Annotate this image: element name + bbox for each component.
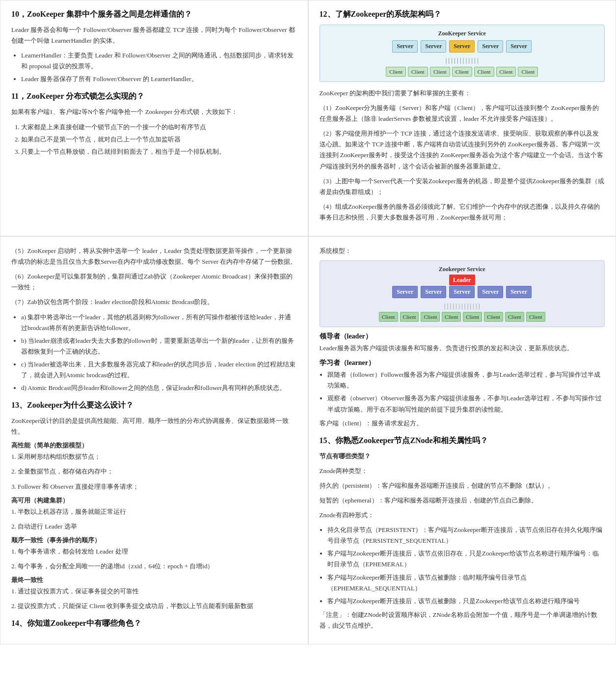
zk-client-5: Client [474, 67, 494, 77]
learner-role-title: 学习者（learner） [320, 359, 605, 367]
ephemeral-desc: 短暂的（ephemeral）：客户端和服务器端断开连接后，创建的节点自己删除。 [320, 495, 605, 506]
p12-2: （1）ZooKeeper分为服务端（Server）和客户端（Client），客户… [320, 103, 605, 124]
p-system-model: 系统模型： [320, 246, 605, 256]
quadrant-bottom-right: 系统模型： Zookeeper Service Leader Server Se… [308, 236, 616, 644]
znode-four-forms: Znode有四种形式： [320, 510, 605, 521]
zk-server2-1: Server [392, 286, 418, 298]
zk-server2-4: Server [478, 286, 503, 298]
zk-client2-2: Client [400, 312, 419, 322]
zk-server-3: Server [449, 40, 475, 53]
p11-1: 如果有客户端1、客户端2等N个客户端争抢一个 Zookeeper 分布式锁，大致… [11, 107, 297, 117]
zk-client2-7: Client [505, 312, 524, 322]
zk-client2-4: Client [442, 312, 461, 322]
zk-clients2-row: Client Client Client Client Client Clien… [325, 312, 600, 322]
zk-server-5: Server [506, 40, 532, 53]
zk-servers2-row: Server Server Server Server Server [325, 286, 600, 298]
bullet-c: c) 当leader被选举出来，且大多数服务器完成了和leader的状态同步后，… [21, 359, 297, 381]
znode-types-title: 节点有哪些类型？ [320, 451, 605, 462]
bullet-10-2: Leader 服务器保存了所有 Follower/Observer 的 Lear… [21, 74, 297, 84]
title-13: 13、Zookeeper为什么要这么设计？ [11, 400, 297, 411]
leader-role-desc: Leader服务器为客户端提供读服务和写服务。负责进行投票的发起和决议，更新系统… [320, 343, 605, 354]
p12-1: ZooKeeper 的架构图中我们需要了解和掌握的主要有： [320, 88, 605, 99]
ol11-2: 如果自己不是第一个节点，就对自己上一个节点加监听器 [21, 134, 297, 145]
quadrant-bottom-left: （5）ZooKeeper 启动时，将从实例中选举一个 leader，Leader… [0, 236, 308, 644]
zk-client-2: Client [408, 67, 428, 77]
high-avail-title: 高可用（构建集群） [11, 496, 297, 505]
final-consist-section: 最终一致性 1. 通过提议投票方式，保证事务提交的可靠性 2. 提议投票方式，只… [11, 576, 297, 612]
high-avail-1: 1. 半数以上机器存活，服务就能正常运行 [11, 506, 297, 517]
seq-consist-1: 1. 每个事务请求，都会转发给 Leader 处理 [11, 546, 297, 557]
znode-two-types: Znode两种类型： [320, 466, 605, 476]
zk-server-1: Server [392, 40, 418, 53]
p10-1: Leader 服务器会和每一个 Follower/Observer 服务器都建立… [11, 25, 297, 46]
p5: （5）ZooKeeper 启动时，将从实例中选举一个 leader，Leader… [11, 246, 297, 267]
znode-forms-list: 持久化目录节点（PERSISTENT）：客户端与Zookeeper断开连接后，该… [327, 525, 605, 607]
high-avail-section: 高可用（构建集群） 1. 半数以上机器存活，服务就能正常运行 2. 自动进行 L… [11, 496, 297, 532]
high-perf-title: 高性能（简单的数据模型） [11, 441, 297, 450]
zk-service-label: ZooKeeper Service [325, 30, 600, 37]
zk-servers-row: Server Server Server Server Server [325, 40, 600, 53]
high-perf-1: 1. 采用树形结构组织数据节点； [11, 451, 297, 462]
zk-client2-5: Client [463, 312, 482, 322]
zk-lines-symbol2: | | | | | | | | | | | | | [325, 302, 600, 310]
p6: （6）Zookeeper是可以集群复制的，集群间通过Zab协议（Zookeepe… [11, 271, 297, 293]
zk-server2-3: Server [449, 286, 475, 298]
zookeeper-diagram: ZooKeeper Service Server Server Server S… [320, 25, 605, 82]
p13-intro: ZooKeeper设计的目的是提供高性能能、高可用、顺序一致性的分布式协调服务、… [11, 416, 297, 437]
zk-client2-1: Client [379, 312, 398, 322]
seq-consist-title: 顺序一致性（事务操作的顺序） [11, 536, 297, 545]
zk-client-3: Client [430, 67, 450, 77]
seq-consist-section: 顺序一致性（事务操作的顺序） 1. 每个事务请求，都会转发给 Leader 处理… [11, 536, 297, 572]
zk-client-1: Client [386, 67, 406, 77]
quadrant-top-right: 12、了解Zookeeper的系统架构吗？ ZooKeeper Service … [308, 0, 616, 236]
zk-client2-3: Client [421, 312, 440, 322]
zk-client-6: Client [496, 67, 516, 77]
p12-5: （4）组成ZooKeeper服务的服务器必须彼此了解。它们维护一个内存中的状态图… [320, 201, 605, 223]
leader-role-title: 领导者（leader） [320, 332, 605, 341]
znode-form4: 客户端与Zookeeper断开连接后，该节点被删除，只是Zookeeper给该节… [327, 596, 605, 607]
final-consist-title: 最终一致性 [11, 576, 297, 585]
seq-consist-2: 2. 每个事务，会分配全局唯一一的递增id（zxid，64位：epoch + 自… [11, 561, 297, 572]
zk-server-2: Server [421, 40, 446, 53]
title-15: 15、你熟悉Zookeeper节点ZNode和相关属性吗？ [320, 436, 605, 446]
follower-bullet2: 观察者（observer）Observer服务器为客户端提供读服务，不参与Lea… [327, 393, 605, 415]
high-perf-section: 高性能（简单的数据模型） 1. 采用树形结构组织数据节点； 2. 全量数据节点，… [11, 441, 297, 492]
p12-4: （3）上图中每一个Server代表一个安装Zookeeper服务的机器，即是整个… [320, 176, 605, 197]
ol11-3: 只要上一个节点释放锁，自己就排到前面去了，相当于是一个排队机制。 [21, 146, 297, 157]
final-consist-2: 2. 提议投票方式，只能保证 Client 收到事务提交成功后，半数以上节点能看… [11, 601, 297, 612]
ol11-1: 大家都是上来直接创建一个锁节点下的一个接一个的临时有序节点 [21, 122, 297, 133]
znode-form1: 持久化目录节点（PERSISTENT）：客户端与Zookeeper断开连接后，该… [327, 525, 605, 546]
zk-client2-6: Client [484, 312, 503, 322]
znode-form2: 客户端与Zookeeper断开连接后，该节点依旧存在，只是Zookeeper给该… [327, 548, 605, 570]
znode-form3: 客户端与Zookeeper断开连接后，该节点被删除：临时顺序编号目录节点（EPH… [327, 572, 605, 594]
title-14: 14、你知道Zookeeper中有哪些角色？ [11, 618, 297, 629]
zk-server2-2: Server [421, 286, 446, 298]
bullet-d: d) Atomic Brodcast同步leader和follower之间的信息… [21, 383, 297, 393]
title-11: 11，ZooKeeper 分布式锁怎么实现的？ [11, 91, 297, 102]
high-avail-2: 2. 自动进行 Leader 选举 [11, 521, 297, 532]
p7: （7）Zab协议包含两个阶段：leader election阶段和Atomic … [11, 297, 297, 307]
zk-service-label2: Zookeeper Service [325, 266, 600, 273]
client-role: 客户端（client）：服务请求发起方。 [320, 418, 605, 429]
persistent-desc: 持久的（persistent）：客户端和服务器端断开连接后，创建的节点不删除（默… [320, 480, 605, 491]
high-perf-3: 3. Follower 和 Observer 直接处理非事务请求； [11, 481, 297, 492]
zk-server2-5: Server [506, 286, 532, 298]
bullet-b: b) 当leader崩溃或者leader失去大多数的follower时，需要重新… [21, 335, 297, 357]
quadrant-top-left: 10，ZooKeeper 集群中个服务器之间是怎样通信的？ Leader 服务器… [0, 0, 308, 236]
zk-client2-8: Client [526, 312, 545, 322]
zk-server-4: Server [478, 40, 503, 53]
zookeeper-diagram-2: Zookeeper Service Leader Server Server S… [320, 260, 605, 327]
zk-leader-label: Leader [449, 275, 475, 285]
high-perf-2: 2. 全量数据节点，都存储在内存中； [11, 466, 297, 477]
zk-clients-row: Client Client Client Client Client Clien… [325, 67, 600, 77]
zk-client-4: Client [452, 67, 472, 77]
bullet-a: a) 集群中将选举出一个leader，其他的机器则称为follower，所有的写… [21, 312, 297, 334]
title-12: 12、了解Zookeeper的系统架构吗？ [320, 9, 605, 20]
zk-lines-symbol: | | | | | | | | | | | | [325, 56, 600, 64]
p12-3: （2）客户端使用并维护一个 TCP 连接，通过这个连接发送请求、接受响应、获取观… [320, 128, 605, 171]
bullet-10-1: LearnerHandler：主要负责 Leader 和 Follower/Ob… [21, 50, 297, 72]
follower-bullet1: 跟随者（follower）Follower服务器为客户端提供读服务，参与Lead… [327, 369, 605, 391]
zk-client-7: Client [518, 67, 538, 77]
title-10: 10，ZooKeeper 集群中个服务器之间是怎样通信的？ [11, 9, 297, 20]
final-consist-1: 1. 通过提议投票方式，保证事务提交的可靠性 [11, 586, 297, 597]
